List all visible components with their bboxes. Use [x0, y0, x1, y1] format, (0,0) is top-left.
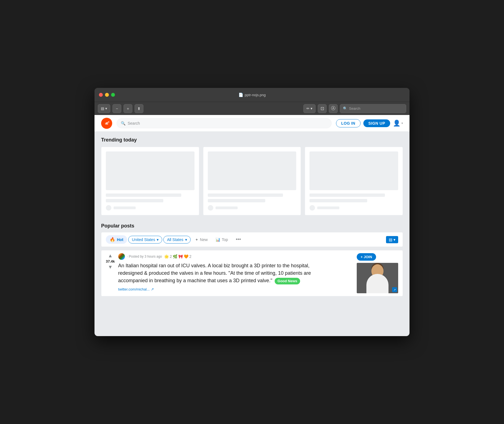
- toolbar-search-icon: 🔍: [343, 106, 347, 111]
- post-card-1: ▲ 37.4k ▼ · Posted by 3 hours ago 🌟 2 🌿: [101, 250, 403, 296]
- emoji-3: 🎀: [178, 254, 183, 259]
- skeleton-line: [208, 199, 265, 202]
- skeleton-image-1: [106, 151, 195, 190]
- emoji-2: 🌿: [173, 254, 177, 259]
- hot-filter-button[interactable]: 🔥 Hot: [106, 235, 127, 244]
- all-states-label: All States: [167, 237, 183, 242]
- hot-label: Hot: [117, 237, 123, 242]
- post-text: An Italian hospital ran out of ICU valve…: [118, 262, 312, 284]
- skeleton-image-3: [309, 151, 398, 190]
- svg-point-6: [108, 122, 109, 124]
- emoji-4: 🧡: [184, 254, 188, 259]
- share-button[interactable]: ⬆: [135, 104, 143, 113]
- trending-card-3[interactable]: [305, 147, 403, 215]
- title-text: pptr-nojs.png: [245, 93, 266, 97]
- post-thumbnail[interactable]: ↗: [357, 263, 398, 293]
- annotate-icon: Ⓐ: [331, 106, 335, 111]
- reddit-logo[interactable]: [101, 118, 112, 129]
- list-view-icon: ▤: [389, 237, 392, 242]
- new-label: New: [200, 237, 208, 242]
- upvote-button[interactable]: ▲: [108, 253, 113, 258]
- skeleton-meta: [106, 205, 195, 211]
- toolbar-search-bar[interactable]: 🔍: [340, 104, 406, 113]
- skeleton-name: [216, 206, 238, 209]
- user-avatar-icon: 👤: [393, 120, 400, 127]
- flame-icon: 🔥: [110, 237, 115, 242]
- sparkle-icon: ✦: [195, 237, 198, 242]
- skeleton-line: [106, 193, 181, 197]
- emoji-count-1: 2: [170, 254, 172, 259]
- login-button[interactable]: LOG IN: [336, 119, 361, 127]
- all-states-filter[interactable]: All States ▾: [163, 236, 190, 244]
- skeleton-line: [309, 193, 385, 197]
- window-title: 📄 pptr-nojs.png: [238, 93, 266, 97]
- sidebar-icon: ▤: [101, 106, 104, 111]
- trending-card-1[interactable]: [101, 147, 199, 215]
- maximize-button[interactable]: [111, 93, 115, 97]
- top-label: Top: [222, 237, 228, 242]
- zoom-out-button[interactable]: −: [112, 104, 121, 113]
- chevron-down-icon: ▾: [185, 237, 187, 242]
- header-buttons: LOG IN SIGN UP 👤 ▾: [336, 119, 403, 127]
- title-bar: 📄 pptr-nojs.png: [95, 88, 410, 102]
- more-filters-button[interactable]: •••: [232, 235, 244, 244]
- thumbnail-expand-icon[interactable]: ↗: [392, 287, 397, 292]
- external-link-icon: ↗: [151, 287, 154, 291]
- link-text: twitter.com/michal...: [118, 287, 150, 291]
- browser-window: 📄 pptr-nojs.png ▤ ▾ − + ⬆ ✏ ▾ ⊡: [95, 88, 410, 336]
- vote-count: 37.4k: [106, 259, 115, 263]
- minimize-button[interactable]: [105, 93, 109, 97]
- post-avatar: [118, 253, 125, 260]
- post-author-info: · Posted by 3 hours ago: [127, 255, 162, 258]
- main-content: Trending today: [95, 132, 410, 305]
- svg-point-3: [107, 123, 108, 123]
- skeleton-name: [317, 206, 339, 209]
- reddit-search-placeholder: Search: [128, 121, 140, 125]
- join-button[interactable]: + JOIN: [357, 253, 376, 261]
- zoom-in-icon: +: [127, 106, 129, 111]
- reddit-header: 🔍 Search LOG IN SIGN UP 👤 ▾: [95, 115, 410, 132]
- reddit-search-bar[interactable]: 🔍 Search: [117, 118, 332, 128]
- trending-card-2[interactable]: [203, 147, 301, 215]
- post-right-column: + JOIN ↗: [357, 253, 398, 293]
- zoom-in-button[interactable]: +: [124, 104, 132, 113]
- united-states-filter[interactable]: United States ▾: [128, 236, 162, 244]
- close-button[interactable]: [99, 93, 103, 97]
- popular-posts-title: Popular posts: [101, 223, 403, 229]
- emoji-count-2: 2: [189, 254, 191, 259]
- skeleton-avatar: [208, 205, 213, 211]
- new-filter-button[interactable]: ✦ New: [192, 236, 211, 243]
- sidebar-dropdown-icon: ▾: [105, 106, 107, 111]
- vote-column: ▲ 37.4k ▼: [106, 253, 115, 293]
- annotate-button[interactable]: Ⓐ: [329, 104, 338, 113]
- transfer-icon: ⊡: [321, 106, 324, 111]
- reddit-search-icon: 🔍: [121, 121, 125, 125]
- transfer-button[interactable]: ⊡: [318, 104, 327, 113]
- person-body: [366, 274, 389, 293]
- svg-point-2: [106, 123, 106, 123]
- edit-button[interactable]: ✏ ▾: [303, 104, 316, 113]
- post-meta: · Posted by 3 hours ago 🌟 2 🌿 🎀 🧡 2: [118, 253, 353, 260]
- view-toggle-button[interactable]: ▤ ▾: [386, 236, 398, 243]
- top-filter-button[interactable]: 📊 Top: [212, 236, 232, 243]
- skeleton-avatar: [106, 205, 111, 211]
- file-icon: 📄: [238, 93, 243, 97]
- signup-button[interactable]: SIGN UP: [363, 119, 390, 127]
- good-news-badge[interactable]: Good News: [275, 278, 300, 284]
- skeleton-name: [114, 206, 136, 209]
- view-dropdown-icon: ▾: [393, 237, 395, 242]
- traffic-lights: [99, 93, 115, 97]
- toolbar-right: ✏ ▾ ⊡ Ⓐ 🔍: [303, 104, 406, 113]
- post-link[interactable]: twitter.com/michal... ↗: [118, 287, 353, 291]
- emoji-1: 🌟: [164, 254, 169, 259]
- user-menu[interactable]: 👤 ▾: [393, 120, 403, 127]
- united-states-label: United States: [132, 237, 155, 242]
- zoom-out-icon: −: [116, 106, 118, 111]
- skeleton-meta: [309, 205, 398, 211]
- sidebar-toggle-button[interactable]: ▤ ▾: [98, 104, 110, 113]
- skeleton-meta: [208, 205, 296, 211]
- toolbar-search-input[interactable]: [349, 106, 403, 111]
- share-icon: ⬆: [137, 106, 141, 111]
- chevron-down-icon: ▾: [401, 122, 403, 125]
- downvote-button[interactable]: ▼: [108, 265, 113, 269]
